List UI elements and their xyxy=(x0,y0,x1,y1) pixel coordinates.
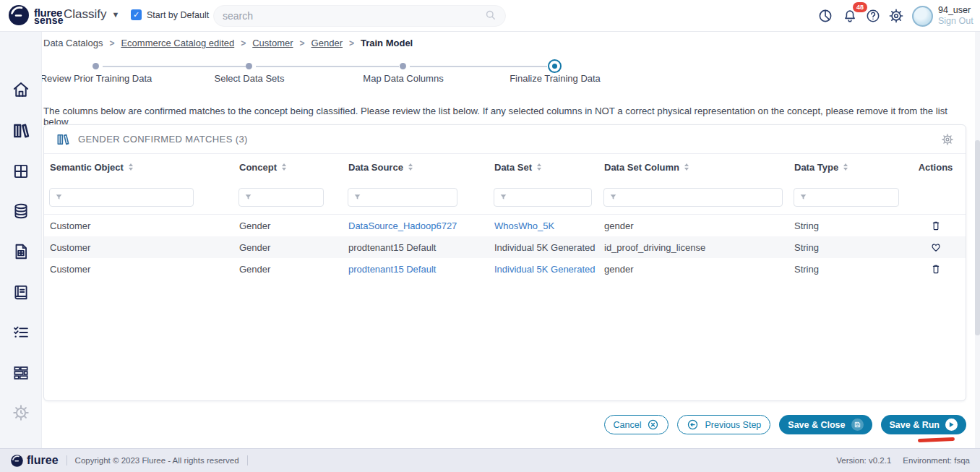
brand-bottom: sense xyxy=(34,16,64,25)
gear-clock-icon[interactable] xyxy=(12,403,30,422)
arrow-left-circle-icon xyxy=(687,419,699,431)
start-by-default-label: Start by Default xyxy=(147,10,209,20)
column-header-data-source[interactable]: Data Source xyxy=(343,162,489,173)
filter-input[interactable] xyxy=(66,192,193,202)
start-by-default-checkbox[interactable]: ✓ Start by Default xyxy=(131,9,209,20)
classify-menu-label: Classify xyxy=(64,7,107,22)
step-dot-done[interactable] xyxy=(246,63,252,69)
cell-data-set-link[interactable]: Individual 5K Generated xyxy=(489,264,598,275)
chevron-right-icon: > xyxy=(241,38,246,48)
sort-icon[interactable] xyxy=(537,163,541,171)
breadcrumb-train-model: Train Model xyxy=(361,38,413,48)
top-header: flureesense Classify ▼ ✓ Start by Defaul… xyxy=(0,0,980,32)
chevron-down-icon: ▼ xyxy=(112,10,120,19)
step-connector xyxy=(103,66,246,67)
column-header-data-set[interactable]: Data Set xyxy=(489,162,598,173)
table-row: Customer Gender prodtenant15 Default Ind… xyxy=(44,236,966,258)
cell-data-set-column: gender xyxy=(598,220,788,231)
checkbox-checked-icon: ✓ xyxy=(131,9,142,20)
sign-out-link[interactable]: Sign Out xyxy=(938,16,973,27)
book-icon[interactable] xyxy=(12,283,30,301)
chevron-right-icon: > xyxy=(109,38,114,48)
confirmed-matches-panel: GENDER CONFIRMED MATCHES (3) Semantic Ob… xyxy=(43,124,966,401)
filter-data-source[interactable] xyxy=(348,188,457,207)
reports-pie-icon[interactable] xyxy=(817,8,833,24)
grid-icon[interactable] xyxy=(12,162,30,181)
stacked-rows-icon[interactable] xyxy=(12,364,30,382)
column-header-concept[interactable]: Concept xyxy=(233,162,343,173)
filter-input[interactable] xyxy=(364,192,457,202)
cell-concept: Gender xyxy=(233,220,343,231)
table-filter-row xyxy=(44,180,966,215)
library-icon[interactable] xyxy=(12,121,30,140)
trash-icon[interactable] xyxy=(930,220,942,231)
search-box[interactable] xyxy=(213,5,506,27)
cancel-button[interactable]: Cancel xyxy=(604,415,669,434)
user-block: 94_user Sign Out xyxy=(938,5,973,27)
cell-semantic-object: Customer xyxy=(44,220,233,231)
filter-data-type[interactable] xyxy=(794,188,899,207)
filter-semantic-object[interactable] xyxy=(49,188,194,207)
filter-input[interactable] xyxy=(255,192,323,202)
filter-input[interactable] xyxy=(620,192,782,202)
panel-header: GENDER CONFIRMED MATCHES (3) xyxy=(44,125,966,154)
breadcrumb-catalog[interactable]: Ecommerce Catalog edited xyxy=(121,38,234,48)
cell-data-source: prodtenant15 Default xyxy=(343,242,489,253)
sort-icon[interactable] xyxy=(684,163,689,171)
help-icon[interactable] xyxy=(865,8,881,24)
red-underline-annotation xyxy=(918,437,955,442)
cell-data-type: String xyxy=(788,242,906,253)
column-header-actions: Actions xyxy=(906,162,966,173)
breadcrumb-gender[interactable]: Gender xyxy=(311,38,343,48)
copyright-text: Copyright © 2023 Fluree - All rights res… xyxy=(75,456,239,465)
scrollbar-thumb[interactable] xyxy=(975,140,980,335)
cell-data-type: String xyxy=(788,220,906,231)
save-close-button[interactable]: Save & Close xyxy=(779,415,872,434)
file-table-icon[interactable] xyxy=(12,242,30,261)
table-settings-gear-icon[interactable] xyxy=(941,133,954,146)
column-header-data-set-column[interactable]: Data Set Column xyxy=(598,162,788,173)
cell-data-set-link[interactable]: WhosWho_5K xyxy=(489,220,598,231)
save-run-button[interactable]: Save & Run xyxy=(881,415,966,434)
classify-menu[interactable]: Classify ▼ xyxy=(64,7,119,22)
footer-fluree-logo: fluree xyxy=(10,454,59,468)
sort-icon[interactable] xyxy=(129,163,133,171)
cell-concept: Gender xyxy=(233,242,343,253)
sort-icon[interactable] xyxy=(408,163,413,171)
cell-data-set: Individual 5K Generated xyxy=(489,242,598,253)
action-buttons: Cancel Previous Step Save & Close Save &… xyxy=(604,415,966,434)
sort-icon[interactable] xyxy=(843,163,848,171)
step-dot-done[interactable] xyxy=(400,63,406,69)
sort-icon[interactable] xyxy=(282,163,286,171)
step-dot-active-core xyxy=(552,64,557,69)
filter-concept[interactable] xyxy=(238,188,324,207)
step-label-select[interactable]: Select Data Sets xyxy=(170,73,329,84)
cell-data-type: String xyxy=(788,264,906,275)
breadcrumb-customer[interactable]: Customer xyxy=(252,38,293,48)
filter-input[interactable] xyxy=(510,192,591,202)
step-label-map[interactable]: Map Data Columns xyxy=(324,73,483,84)
fluree-sense-logo[interactable]: flureesense xyxy=(7,4,64,30)
heart-icon[interactable] xyxy=(930,241,942,253)
filter-data-set[interactable] xyxy=(494,188,592,207)
checklist-icon[interactable] xyxy=(12,323,30,342)
cell-concept: Gender xyxy=(233,264,343,275)
breadcrumb-data-catalogs[interactable]: Data Catalogs xyxy=(43,38,103,48)
trash-icon[interactable] xyxy=(930,263,942,275)
filter-data-set-column[interactable] xyxy=(603,188,783,207)
cell-data-set-column: gender xyxy=(598,264,788,275)
settings-gear-icon[interactable] xyxy=(888,8,904,24)
previous-step-button[interactable]: Previous Step xyxy=(677,415,770,434)
user-avatar[interactable] xyxy=(912,6,933,27)
step-dot-done[interactable] xyxy=(93,63,99,69)
filter-input[interactable] xyxy=(810,192,898,202)
search-input[interactable] xyxy=(223,10,484,22)
cell-data-source-link[interactable]: prodtenant15 Default xyxy=(343,264,489,275)
library-icon xyxy=(56,132,70,147)
column-header-data-type[interactable]: Data Type xyxy=(788,162,906,173)
database-icon[interactable] xyxy=(12,202,30,220)
search-icon xyxy=(484,9,497,24)
column-header-semantic-object[interactable]: Semantic Object xyxy=(44,162,233,173)
cell-data-source-link[interactable]: DataSource_Hadoop6727 xyxy=(343,220,489,231)
home-icon[interactable] xyxy=(12,80,30,99)
